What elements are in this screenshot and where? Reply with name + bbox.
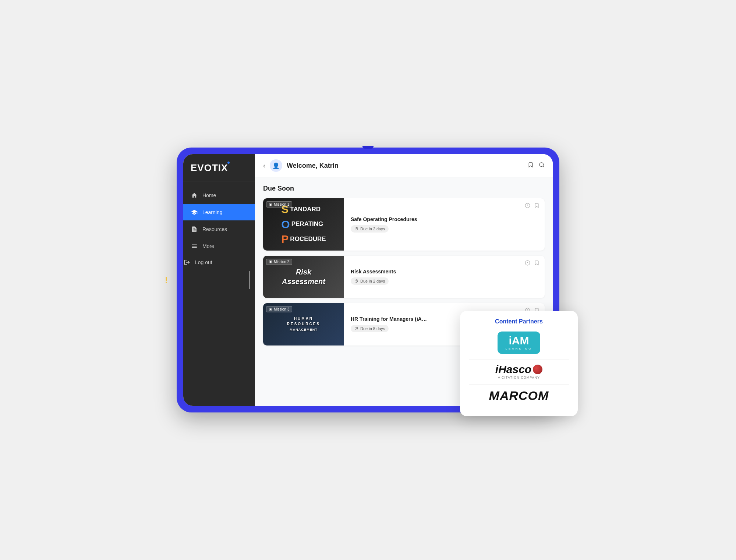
svg-line-1 (543, 166, 544, 167)
due-badge-1: ⏱ Due in 2 days (351, 225, 389, 233)
bookmark-card-icon-2[interactable] (534, 260, 539, 267)
sidebar-navigation: Home Learning (183, 181, 255, 406)
scroll-indicator (249, 271, 250, 289)
iam-sub-text: LEARNING (506, 347, 532, 350)
partner-logo-marcom: MARCOM (469, 389, 569, 403)
content-partners-card: Content Partners iAM LEARNING iHasco A C… (460, 311, 578, 416)
header-actions (528, 162, 545, 170)
partner-divider-2 (469, 384, 569, 385)
card-actions-2 (525, 256, 545, 298)
mission-badge-1: ▣ Mission 1 (266, 201, 292, 208)
card-actions-1 (525, 198, 545, 251)
course-thumbnail-2: ▣ Mission 2 RiskAssessment (263, 256, 344, 298)
logout-label: Log out (195, 259, 212, 265)
section-title: Due Soon (263, 185, 545, 192)
resources-icon (191, 226, 198, 233)
back-button[interactable]: ‹ (263, 162, 265, 170)
learning-icon (191, 209, 198, 216)
sidebar-item-more[interactable]: More (183, 238, 255, 254)
tablet-camera (362, 146, 374, 149)
ihasco-sub-text: A CITATION COMPANY (495, 376, 542, 379)
iam-logo-text: iAM (506, 335, 532, 346)
sidebar-logo: EVOTIX (183, 154, 255, 181)
partner-logo-iam: iAM LEARNING (469, 332, 569, 354)
course-title-2: Risk Assessments (351, 269, 518, 274)
bookmark-icon[interactable] (528, 162, 534, 170)
course-info-2: Risk Assessments ⏱ Due in 2 days (344, 256, 525, 298)
home-label: Home (202, 192, 216, 198)
ihasco-text: iHasco (495, 363, 531, 376)
mission-badge-3: ▣ Mission 3 (266, 306, 292, 312)
course-thumbnail-1: ▣ Mission 1 S TANDARD O PERATiN (263, 198, 344, 251)
partners-title: Content Partners (469, 318, 569, 325)
learning-label: Learning (202, 209, 223, 215)
due-badge-2: ⏱ Due in 2 days (351, 277, 389, 285)
resources-label: Resources (202, 226, 227, 232)
header: ‹ 👤 Welcome, Katrin (255, 154, 553, 177)
due-badge-3: ⏱ Due in 8 days (351, 325, 389, 332)
course-title-1: Safe Operating Procedures (351, 216, 518, 222)
sidebar-item-learning[interactable]: Learning (183, 204, 255, 220)
course-card-1[interactable]: ▣ Mission 1 S TANDARD O PERATiN (263, 198, 545, 251)
home-icon (191, 192, 198, 199)
svg-point-0 (539, 163, 544, 167)
page-title: Welcome, Katrin (287, 162, 523, 170)
hr-thumbnail-content: HUMANRESOURCESMANAGEMENT (283, 312, 324, 336)
alert-indicator: ! (165, 275, 168, 285)
course-card-2[interactable]: ▣ Mission 2 RiskAssessment Risk Assessme… (263, 256, 545, 298)
more-label: More (202, 243, 214, 249)
sidebar: EVOTIX Home (183, 154, 255, 406)
search-icon[interactable] (539, 162, 545, 170)
avatar: 👤 (270, 159, 282, 172)
partner-divider-1 (469, 359, 569, 359)
bookmark-card-icon-1[interactable] (534, 203, 539, 209)
info-icon-1[interactable] (525, 203, 530, 209)
more-icon (191, 242, 198, 250)
course-thumbnail-3: ▣ Mission 3 HUMANRESOURCESMANAGEMENT (263, 303, 344, 345)
info-icon-2[interactable] (525, 260, 530, 267)
sidebar-item-logout[interactable]: Log out (183, 255, 255, 273)
logout-icon (183, 259, 191, 266)
course-info-1: Safe Operating Procedures ⏱ Due in 2 day… (344, 198, 525, 251)
risk-thumbnail-content: RiskAssessment (278, 260, 329, 294)
partner-logo-ihasco: iHasco A CITATION COMPANY (469, 363, 569, 379)
mission-badge-2: ▣ Mission 2 (266, 259, 292, 265)
marcom-text: MARCOM (489, 389, 549, 403)
sidebar-item-home[interactable]: Home (183, 187, 255, 203)
sidebar-item-resources[interactable]: Resources (183, 221, 255, 237)
ihasco-circle-icon (533, 365, 542, 374)
app-logo: EVOTIX (191, 162, 248, 174)
